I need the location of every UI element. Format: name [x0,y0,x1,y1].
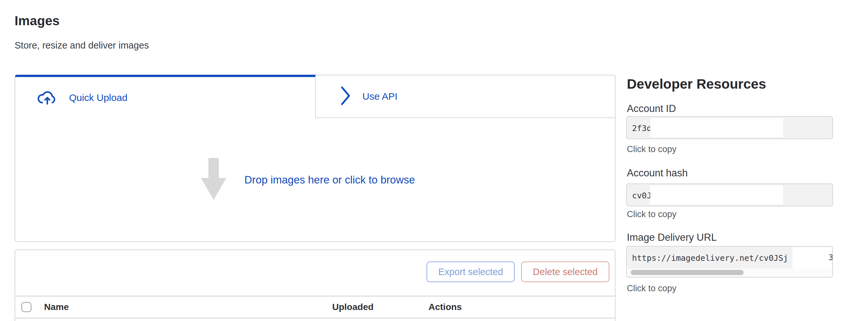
horizontal-scrollbar-track [627,269,832,277]
chevron-right-icon [340,86,351,107]
page-title: Images [14,13,60,28]
cloud-upload-icon [37,89,58,106]
dropzone-label: Drop images here or click to browse [244,174,415,186]
delete-selected-button[interactable]: Delete selected [521,261,609,282]
account-id-value: 2f3d [632,123,651,133]
account-hash-field[interactable]: cv0J [626,183,833,207]
page-subtitle: Store, resize and deliver images [14,40,149,51]
images-page: Images Store, resize and deliver images … [0,0,868,321]
export-selected-button[interactable]: Export selected [427,261,515,282]
redaction-overlay [650,185,783,205]
account-hash-value: cv0J [632,191,651,200]
redaction-overlay [793,247,832,269]
developer-resources-heading: Developer Resources [627,76,766,92]
image-delivery-url-field[interactable]: https://imagedelivery.net/cv0JSj 3 [626,246,833,278]
bulk-actions: Export selected Delete selected [427,261,609,282]
upload-tabs: Quick Upload Use API [14,75,616,118]
tab-quick-upload[interactable]: Quick Upload [14,75,316,118]
column-header-uploaded: Uploaded [332,302,374,312]
table-header-row: Name Uploaded Actions [15,296,615,318]
column-header-actions: Actions [429,302,462,312]
tab-use-api[interactable]: Use API [316,75,616,118]
account-id-copy-hint: Click to copy [627,144,677,154]
account-id-label: Account ID [627,103,676,114]
upload-panel: Quick Upload Use API Drop images here or… [14,75,616,321]
tab-quick-upload-label: Quick Upload [69,92,127,103]
image-delivery-url-copy-hint: Click to copy [627,283,677,293]
arrow-down-icon [200,158,226,202]
select-all-checkbox[interactable] [21,302,31,312]
image-dropzone[interactable]: Drop images here or click to browse [14,118,616,242]
tab-use-api-label: Use API [362,91,397,102]
image-table-card: Export selected Delete selected Name Upl… [14,249,616,321]
image-delivery-url-label: Image Delivery URL [627,232,717,243]
developer-resources-panel: Developer Resources Account ID 2f3d Clic… [626,76,833,309]
account-id-field[interactable]: 2f3d [626,116,833,139]
redaction-overlay [650,118,783,137]
account-hash-label: Account hash [627,167,688,179]
account-hash-copy-hint: Click to copy [627,209,677,219]
image-delivery-url-value: https://imagedelivery.net/cv0JSj [632,253,788,263]
column-header-name: Name [44,302,69,312]
horizontal-scrollbar-thumb[interactable] [631,270,744,275]
redacted-value-fragment: 3 [829,253,832,264]
